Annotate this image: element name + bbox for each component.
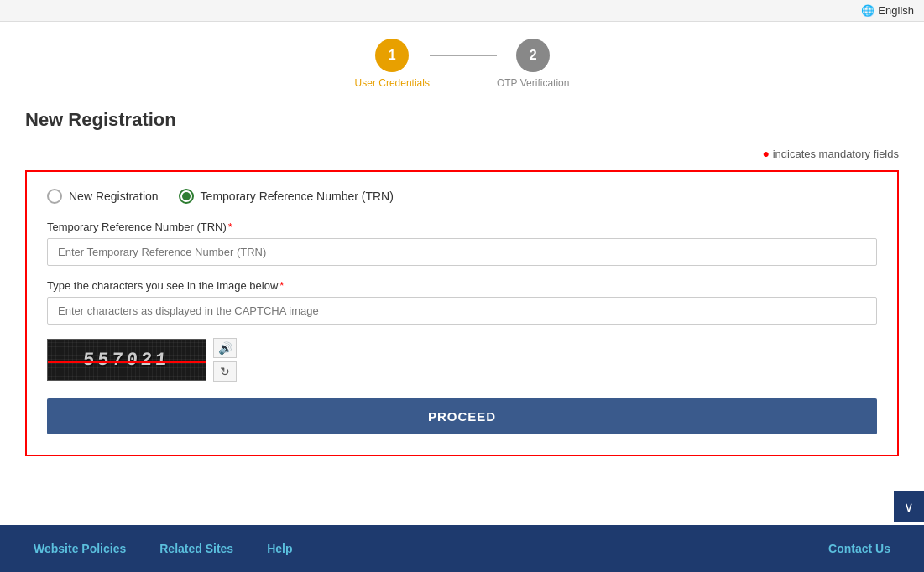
footer-contact-us[interactable]: Contact Us [812, 527, 907, 570]
trn-input[interactable] [47, 238, 877, 266]
captcha-text: 557021 [82, 350, 170, 371]
step-connector [430, 55, 497, 56]
footer-related-sites[interactable]: Related Sites [143, 527, 250, 570]
page-title: New Registration [25, 109, 899, 131]
chevron-down-icon: ∨ [904, 499, 914, 515]
proceed-button[interactable]: PROCEED [47, 398, 877, 434]
captcha-input[interactable] [47, 297, 877, 325]
stepper: 1 User Credentials 2 OTP Verification [25, 39, 899, 89]
captcha-field-group: Type the characters you see in the image… [47, 279, 877, 325]
radio-new-registration[interactable]: New Registration [47, 189, 159, 204]
captcha-red-line [48, 361, 206, 363]
captcha-buttons: 🔊 ↻ [213, 338, 237, 382]
radio-new-registration-circle [47, 189, 62, 204]
trn-label: Temporary Reference Number (TRN)* [47, 221, 877, 233]
captcha-image-inner: 557021 [48, 340, 206, 380]
language-selector[interactable]: 🌐 English [861, 4, 914, 17]
radio-trn-circle [179, 189, 194, 204]
footer-website-policies[interactable]: Website Policies [17, 527, 143, 570]
step-1-circle: 1 [375, 39, 409, 72]
captcha-refresh-button[interactable]: ↻ [213, 361, 237, 382]
scroll-down-button[interactable]: ∨ [894, 491, 924, 522]
radio-trn[interactable]: Temporary Reference Number (TRN) [179, 189, 394, 204]
step-1: 1 User Credentials [355, 39, 430, 89]
form-card: New Registration Temporary Reference Num… [25, 170, 899, 456]
top-bar: 🌐 English [0, 0, 924, 22]
globe-icon: 🌐 [861, 4, 874, 17]
mandatory-note: ● indicates mandatory fields [25, 147, 899, 160]
captcha-audio-button[interactable]: 🔊 [213, 338, 237, 358]
captcha-area: 557021 🔊 ↻ [47, 338, 877, 382]
step-1-label: User Credentials [355, 77, 430, 89]
captcha-required-star: * [279, 279, 284, 292]
captcha-label: Type the characters you see in the image… [47, 279, 877, 292]
mandatory-text: indicates mandatory fields [773, 148, 899, 160]
trn-field-group: Temporary Reference Number (TRN)* [47, 221, 877, 266]
radio-new-registration-label: New Registration [69, 190, 159, 203]
footer-help[interactable]: Help [250, 527, 309, 570]
radio-trn-label: Temporary Reference Number (TRN) [201, 190, 394, 203]
captcha-image: 557021 [47, 339, 206, 381]
footer: Website Policies Related Sites Help Cont… [0, 525, 924, 572]
trn-required-star: * [228, 221, 232, 233]
step-2: 2 OTP Verification [497, 39, 569, 89]
step-2-label: OTP Verification [497, 77, 569, 89]
mandatory-dot: ● [763, 147, 770, 160]
title-divider [25, 138, 899, 138]
radio-row: New Registration Temporary Reference Num… [47, 189, 877, 204]
step-2-circle: 2 [516, 39, 550, 72]
language-label: English [878, 4, 914, 17]
main-content: 1 User Credentials 2 OTP Verification Ne… [0, 22, 924, 525]
